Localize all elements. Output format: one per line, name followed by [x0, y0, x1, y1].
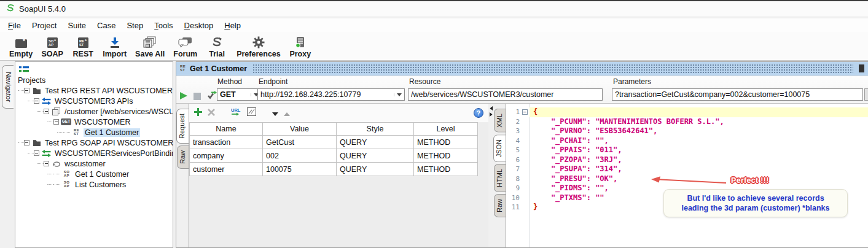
menu-item-file[interactable]: File: [2, 20, 26, 31]
tree-connector: [63, 132, 70, 133]
response-text: "_PCUNM": "MANTENIMIENTOS BOFERR S.L.",: [530, 117, 868, 127]
column-header-style[interactable]: Style: [337, 122, 414, 136]
menu-item-step[interactable]: Step: [121, 20, 149, 31]
menu-item-case[interactable]: Case: [92, 20, 121, 31]
tree-item[interactable]: SOAPGet 1 Customer: [15, 169, 173, 179]
resource-input[interactable]: [408, 88, 603, 101]
soap-request-icon: SOAP: [61, 180, 72, 188]
svg-text:URL: URL: [231, 107, 241, 113]
stop-request-button[interactable]: [194, 91, 201, 103]
cell-level[interactable]: METHOD: [414, 149, 478, 163]
tree-expander-icon[interactable]: [34, 150, 39, 156]
menu-item-tools[interactable]: Tools: [149, 20, 178, 31]
tree-root-projects[interactable]: Projects: [15, 74, 173, 85]
tree-expander-icon[interactable]: [34, 98, 39, 104]
cell-name[interactable]: customer: [189, 163, 263, 176]
tree-item-label: WSCUSTOMER: [73, 118, 131, 126]
cell-name[interactable]: transaction: [189, 136, 263, 149]
move-up-icon[interactable]: [284, 107, 290, 118]
request-editor-window: REST Get 1 Customer Method GET: [176, 61, 868, 248]
method-select[interactable]: GET: [217, 88, 262, 101]
tree-item[interactable]: Test RPG SOAP API WSCUSTOMER: [15, 138, 173, 148]
tree-item[interactable]: SOAPList Customers: [15, 179, 173, 190]
update-from-url-icon[interactable]: URL: [231, 107, 241, 119]
tree-expander-icon[interactable]: [24, 88, 29, 93]
navigator-tab[interactable]: Navigator: [2, 65, 14, 109]
tab-raw[interactable]: Raw: [494, 194, 506, 217]
parameters-input[interactable]: [612, 88, 863, 101]
tab-xml[interactable]: XML: [494, 109, 506, 133]
toolbar-button-trial[interactable]: Trial: [201, 34, 232, 59]
tab-raw[interactable]: Raw: [177, 145, 189, 169]
rest-project-icon: REST*: [77, 34, 89, 48]
response-editor[interactable]: 1{2 "_PCUNM": "MANTENIMIENTOS BOFERR S.L…: [506, 104, 868, 247]
tree-item-label: Get 1 Customer: [74, 170, 130, 179]
request-window-titlebar[interactable]: REST Get 1 Customer: [176, 62, 868, 76]
menu-item-project[interactable]: Project: [26, 20, 62, 31]
column-header-name[interactable]: Name: [189, 122, 263, 136]
tree-expander-icon[interactable]: [44, 161, 49, 166]
cell-style[interactable]: QUERY: [337, 163, 414, 176]
tab-request[interactable]: Request: [176, 109, 189, 144]
resource-label: Resource: [409, 77, 440, 86]
add-param-button[interactable]: [194, 107, 202, 118]
toolbar-button-preferences[interactable]: Preferences: [232, 34, 285, 59]
response-text: "_PVRNO": "ESB53642641",: [530, 126, 868, 136]
line-number: 4: [506, 136, 521, 146]
method-label: Method: [217, 77, 242, 86]
cell-value[interactable]: GetCust: [263, 136, 337, 149]
endpoint-label: Endpoint: [259, 77, 287, 86]
tree-expander-icon[interactable]: [24, 140, 29, 145]
toolbar-button-rest[interactable]: REST*REST: [68, 34, 98, 59]
endpoint-select[interactable]: http://192.168.243.225:10779: [257, 88, 405, 101]
tree-item[interactable]: wscustomer: [15, 158, 173, 169]
svg-text:RE: RE: [79, 39, 84, 42]
navigator-options-icon[interactable]: [19, 64, 29, 75]
window-control-icon[interactable]: [859, 64, 864, 72]
cell-level[interactable]: METHOD: [414, 136, 478, 149]
tree-item[interactable]: /customer [/web/services/WSCU: [15, 106, 173, 117]
cell-style[interactable]: QUERY: [337, 136, 414, 149]
response-line: 7 "_PSUPA": "314",: [506, 165, 868, 174]
toolbar-button-save-all[interactable]: Save All: [131, 34, 169, 59]
column-header-value[interactable]: Value: [263, 122, 337, 136]
rest-resource-icon: [51, 107, 61, 115]
toolbar-button-empty[interactable]: *Empty: [5, 34, 37, 59]
tree-item[interactable]: Test RPG REST API WSCUSTOMER: [15, 85, 173, 96]
line-number: 10: [506, 193, 521, 203]
tree-item[interactable]: RESTGet 1 Customer: [15, 127, 173, 138]
move-down-icon[interactable]: [272, 107, 278, 118]
cell-value[interactable]: 002: [263, 149, 337, 163]
tree-connector: [18, 142, 24, 143]
tree-item[interactable]: WSCUSTOMERServicesPortBinding: [15, 148, 173, 158]
help-icon[interactable]: ?: [474, 108, 483, 118]
column-header-level[interactable]: Level: [414, 122, 478, 136]
fold-icon[interactable]: [521, 107, 530, 117]
toolbar-button-forum[interactable]: Forum: [169, 34, 201, 59]
menu-item-suite[interactable]: Suite: [62, 20, 92, 31]
toolbar-button-proxy[interactable]: Proxy: [285, 34, 316, 59]
delete-param-button[interactable]: [208, 107, 215, 118]
tab-html[interactable]: HTML: [494, 164, 506, 192]
fold-gutter: [521, 136, 530, 146]
run-request-button[interactable]: [179, 91, 188, 103]
menu-item-desktop[interactable]: Desktop: [179, 20, 219, 31]
tree-expander-icon[interactable]: [44, 109, 49, 114]
cell-style[interactable]: QUERY: [337, 149, 414, 163]
menu-item-help[interactable]: Help: [219, 20, 246, 31]
tree-item[interactable]: GETWSCUSTOMER: [15, 117, 173, 127]
tree-item[interactable]: WSCUSTOMER3 APIs: [15, 96, 173, 106]
submit-to-icon[interactable]: [206, 91, 217, 103]
cell-value[interactable]: 100075: [263, 163, 337, 176]
expand-dialog-icon[interactable]: [247, 107, 256, 118]
tree-item-label: WSCUSTOMERServicesPortBinding: [53, 149, 173, 158]
cell-level[interactable]: METHOD: [414, 163, 478, 176]
tree-expander-icon[interactable]: [53, 119, 59, 125]
cell-name[interactable]: company: [189, 149, 263, 163]
tab-json[interactable]: JSON: [493, 134, 506, 162]
param-table: NameValueStyleLevel transactionGetCustQU…: [189, 122, 478, 176]
toolbar-button-import[interactable]: Import: [98, 34, 131, 59]
toolbar-button-soap[interactable]: SOAP*SOAP: [37, 34, 68, 59]
split-divider[interactable]: [488, 104, 493, 247]
response-text: "_PSUPA": "314",: [530, 165, 868, 174]
